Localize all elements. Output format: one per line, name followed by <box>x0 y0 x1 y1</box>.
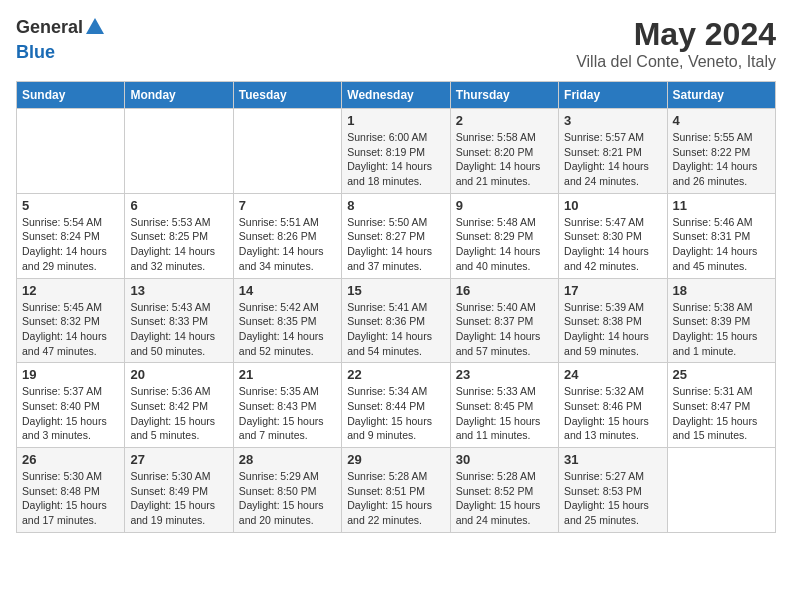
day-number: 29 <box>347 452 444 467</box>
day-info: Sunrise: 5:55 AM Sunset: 8:22 PM Dayligh… <box>673 130 770 189</box>
day-info: Sunrise: 5:45 AM Sunset: 8:32 PM Dayligh… <box>22 300 119 359</box>
logo-icon <box>84 16 106 38</box>
day-number: 8 <box>347 198 444 213</box>
day-info: Sunrise: 5:58 AM Sunset: 8:20 PM Dayligh… <box>456 130 553 189</box>
day-number: 11 <box>673 198 770 213</box>
calendar-week-row: 1Sunrise: 6:00 AM Sunset: 8:19 PM Daylig… <box>17 109 776 194</box>
day-info: Sunrise: 5:31 AM Sunset: 8:47 PM Dayligh… <box>673 384 770 443</box>
calendar-cell: 2Sunrise: 5:58 AM Sunset: 8:20 PM Daylig… <box>450 109 558 194</box>
day-number: 22 <box>347 367 444 382</box>
day-info: Sunrise: 5:53 AM Sunset: 8:25 PM Dayligh… <box>130 215 227 274</box>
day-number: 20 <box>130 367 227 382</box>
day-info: Sunrise: 5:42 AM Sunset: 8:35 PM Dayligh… <box>239 300 336 359</box>
calendar-cell: 6Sunrise: 5:53 AM Sunset: 8:25 PM Daylig… <box>125 193 233 278</box>
day-info: Sunrise: 5:35 AM Sunset: 8:43 PM Dayligh… <box>239 384 336 443</box>
calendar-week-row: 19Sunrise: 5:37 AM Sunset: 8:40 PM Dayli… <box>17 363 776 448</box>
day-number: 16 <box>456 283 553 298</box>
calendar-cell: 29Sunrise: 5:28 AM Sunset: 8:51 PM Dayli… <box>342 448 450 533</box>
calendar-cell: 22Sunrise: 5:34 AM Sunset: 8:44 PM Dayli… <box>342 363 450 448</box>
day-number: 5 <box>22 198 119 213</box>
day-info: Sunrise: 5:47 AM Sunset: 8:30 PM Dayligh… <box>564 215 661 274</box>
logo-text-blue: Blue <box>16 42 55 62</box>
day-number: 24 <box>564 367 661 382</box>
day-of-week-header: Thursday <box>450 82 558 109</box>
calendar-cell <box>17 109 125 194</box>
day-info: Sunrise: 5:33 AM Sunset: 8:45 PM Dayligh… <box>456 384 553 443</box>
day-number: 27 <box>130 452 227 467</box>
calendar-cell: 20Sunrise: 5:36 AM Sunset: 8:42 PM Dayli… <box>125 363 233 448</box>
day-info: Sunrise: 5:41 AM Sunset: 8:36 PM Dayligh… <box>347 300 444 359</box>
day-number: 1 <box>347 113 444 128</box>
calendar-cell <box>233 109 341 194</box>
page-header: General Blue May 2024 Villa del Conte, V… <box>16 16 776 71</box>
day-number: 28 <box>239 452 336 467</box>
day-of-week-header: Sunday <box>17 82 125 109</box>
calendar-body: 1Sunrise: 6:00 AM Sunset: 8:19 PM Daylig… <box>17 109 776 533</box>
location-title: Villa del Conte, Veneto, Italy <box>576 53 776 71</box>
calendar-cell: 17Sunrise: 5:39 AM Sunset: 8:38 PM Dayli… <box>559 278 667 363</box>
day-info: Sunrise: 5:46 AM Sunset: 8:31 PM Dayligh… <box>673 215 770 274</box>
day-number: 3 <box>564 113 661 128</box>
day-info: Sunrise: 5:28 AM Sunset: 8:51 PM Dayligh… <box>347 469 444 528</box>
day-info: Sunrise: 5:54 AM Sunset: 8:24 PM Dayligh… <box>22 215 119 274</box>
calendar-cell: 16Sunrise: 5:40 AM Sunset: 8:37 PM Dayli… <box>450 278 558 363</box>
day-number: 18 <box>673 283 770 298</box>
calendar-cell: 19Sunrise: 5:37 AM Sunset: 8:40 PM Dayli… <box>17 363 125 448</box>
month-title: May 2024 <box>576 16 776 53</box>
day-info: Sunrise: 5:32 AM Sunset: 8:46 PM Dayligh… <box>564 384 661 443</box>
calendar-cell: 25Sunrise: 5:31 AM Sunset: 8:47 PM Dayli… <box>667 363 775 448</box>
day-of-week-header: Wednesday <box>342 82 450 109</box>
calendar-cell: 5Sunrise: 5:54 AM Sunset: 8:24 PM Daylig… <box>17 193 125 278</box>
day-info: Sunrise: 5:43 AM Sunset: 8:33 PM Dayligh… <box>130 300 227 359</box>
calendar-cell: 10Sunrise: 5:47 AM Sunset: 8:30 PM Dayli… <box>559 193 667 278</box>
calendar-cell: 1Sunrise: 6:00 AM Sunset: 8:19 PM Daylig… <box>342 109 450 194</box>
day-number: 19 <box>22 367 119 382</box>
day-number: 12 <box>22 283 119 298</box>
day-number: 23 <box>456 367 553 382</box>
day-info: Sunrise: 5:50 AM Sunset: 8:27 PM Dayligh… <box>347 215 444 274</box>
svg-marker-0 <box>86 18 104 34</box>
day-of-week-header: Friday <box>559 82 667 109</box>
day-info: Sunrise: 5:51 AM Sunset: 8:26 PM Dayligh… <box>239 215 336 274</box>
calendar-cell <box>125 109 233 194</box>
day-info: Sunrise: 5:57 AM Sunset: 8:21 PM Dayligh… <box>564 130 661 189</box>
day-info: Sunrise: 6:00 AM Sunset: 8:19 PM Dayligh… <box>347 130 444 189</box>
calendar-cell: 30Sunrise: 5:28 AM Sunset: 8:52 PM Dayli… <box>450 448 558 533</box>
calendar-cell: 23Sunrise: 5:33 AM Sunset: 8:45 PM Dayli… <box>450 363 558 448</box>
day-number: 14 <box>239 283 336 298</box>
logo: General Blue <box>16 16 106 63</box>
day-number: 21 <box>239 367 336 382</box>
calendar-cell: 12Sunrise: 5:45 AM Sunset: 8:32 PM Dayli… <box>17 278 125 363</box>
calendar-cell: 8Sunrise: 5:50 AM Sunset: 8:27 PM Daylig… <box>342 193 450 278</box>
calendar-cell: 18Sunrise: 5:38 AM Sunset: 8:39 PM Dayli… <box>667 278 775 363</box>
day-info: Sunrise: 5:30 AM Sunset: 8:49 PM Dayligh… <box>130 469 227 528</box>
calendar-cell <box>667 448 775 533</box>
day-number: 7 <box>239 198 336 213</box>
day-info: Sunrise: 5:38 AM Sunset: 8:39 PM Dayligh… <box>673 300 770 359</box>
day-of-week-header: Tuesday <box>233 82 341 109</box>
calendar-cell: 7Sunrise: 5:51 AM Sunset: 8:26 PM Daylig… <box>233 193 341 278</box>
calendar-cell: 15Sunrise: 5:41 AM Sunset: 8:36 PM Dayli… <box>342 278 450 363</box>
day-info: Sunrise: 5:29 AM Sunset: 8:50 PM Dayligh… <box>239 469 336 528</box>
calendar-cell: 26Sunrise: 5:30 AM Sunset: 8:48 PM Dayli… <box>17 448 125 533</box>
day-info: Sunrise: 5:30 AM Sunset: 8:48 PM Dayligh… <box>22 469 119 528</box>
day-number: 13 <box>130 283 227 298</box>
day-info: Sunrise: 5:48 AM Sunset: 8:29 PM Dayligh… <box>456 215 553 274</box>
day-number: 25 <box>673 367 770 382</box>
logo-text-general: General <box>16 17 83 37</box>
day-number: 30 <box>456 452 553 467</box>
calendar-cell: 4Sunrise: 5:55 AM Sunset: 8:22 PM Daylig… <box>667 109 775 194</box>
day-number: 26 <box>22 452 119 467</box>
day-number: 10 <box>564 198 661 213</box>
day-of-week-header: Saturday <box>667 82 775 109</box>
calendar-table: SundayMondayTuesdayWednesdayThursdayFrid… <box>16 81 776 533</box>
calendar-cell: 31Sunrise: 5:27 AM Sunset: 8:53 PM Dayli… <box>559 448 667 533</box>
day-number: 15 <box>347 283 444 298</box>
day-number: 6 <box>130 198 227 213</box>
day-info: Sunrise: 5:36 AM Sunset: 8:42 PM Dayligh… <box>130 384 227 443</box>
calendar-cell: 28Sunrise: 5:29 AM Sunset: 8:50 PM Dayli… <box>233 448 341 533</box>
day-info: Sunrise: 5:27 AM Sunset: 8:53 PM Dayligh… <box>564 469 661 528</box>
calendar-cell: 3Sunrise: 5:57 AM Sunset: 8:21 PM Daylig… <box>559 109 667 194</box>
calendar-cell: 21Sunrise: 5:35 AM Sunset: 8:43 PM Dayli… <box>233 363 341 448</box>
title-block: May 2024 Villa del Conte, Veneto, Italy <box>576 16 776 71</box>
